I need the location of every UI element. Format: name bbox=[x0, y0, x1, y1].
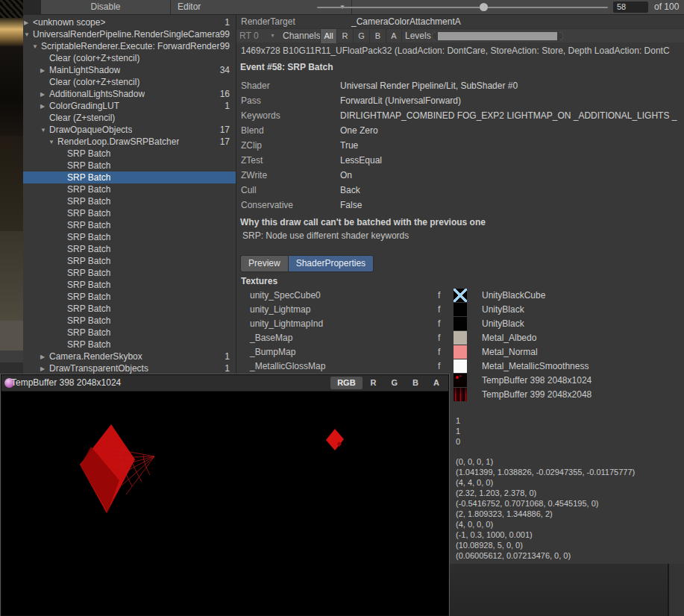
frame-slider-handle[interactable] bbox=[480, 3, 488, 11]
tree-row-label: SRP Batch bbox=[67, 339, 110, 350]
channel-button[interactable]: R bbox=[336, 29, 353, 43]
render-target-toolbar: RT 0 ▼ Channels AllRGBA Levels bbox=[236, 28, 684, 43]
tree-expand-icon[interactable]: ▶ bbox=[40, 67, 49, 74]
batch-reason: SRP: Node use different shader keywords bbox=[242, 230, 409, 241]
texture-row: unity_Lightmap f UnityBlack bbox=[236, 303, 684, 317]
scene-strip-bar bbox=[0, 362, 23, 374]
tree-row[interactable]: SRP Batch bbox=[23, 195, 236, 207]
property-row: Cull Back bbox=[236, 183, 684, 198]
texture-property-name: unity_Lightmap bbox=[250, 303, 310, 317]
property-label: Keywords bbox=[236, 108, 340, 123]
rt-index-label: RT 0 bbox=[239, 31, 259, 41]
texture-thumbnail[interactable] bbox=[454, 359, 467, 373]
preview-channel-button[interactable]: A bbox=[427, 377, 446, 389]
channel-button[interactable]: All bbox=[320, 29, 336, 43]
tree-row[interactable]: SRP Batch bbox=[23, 172, 236, 183]
tree-expand-icon[interactable]: ▶ bbox=[40, 353, 49, 360]
tab-preview[interactable]: Preview bbox=[240, 255, 288, 272]
tree-row[interactable]: Clear (color+Z+stencil) bbox=[23, 52, 236, 64]
texture-row: _BumpMap f Metal_Normal bbox=[236, 345, 684, 359]
frame-slider-track[interactable] bbox=[317, 7, 608, 8]
tree-row[interactable]: SRP Batch bbox=[23, 183, 236, 195]
tree-row[interactable]: SRP Batch bbox=[23, 219, 236, 231]
tree-row-label: AdditionalLightsShadow bbox=[49, 89, 145, 99]
tree-row[interactable]: SRP Batch bbox=[23, 160, 236, 172]
tree-row[interactable]: Clear (color+Z+stencil) bbox=[23, 76, 236, 88]
texture-flag: f bbox=[438, 359, 440, 374]
texture-thumbnail[interactable] bbox=[454, 345, 467, 359]
tree-row[interactable]: ▶ Camera.RenderSkybox 1 bbox=[23, 351, 236, 362]
tree-row[interactable]: SRP Batch bbox=[23, 291, 236, 303]
tree-row[interactable]: SRP Batch bbox=[23, 327, 236, 339]
preview-channel-button[interactable]: RGB bbox=[330, 377, 362, 389]
texture-thumbnail[interactable] bbox=[454, 374, 467, 387]
texture-property-name: _BaseMap bbox=[250, 331, 292, 345]
preview-channel-button[interactable]: R bbox=[364, 377, 383, 389]
tree-row-count: 17 bbox=[220, 125, 236, 135]
property-label: ZClip bbox=[236, 138, 340, 153]
frame-number-field[interactable]: 58 bbox=[613, 1, 648, 13]
property-value: ForwardLit (UniversalForward) bbox=[340, 93, 461, 108]
texture-preview-header[interactable]: TempBuffer 398 2048x1024 RGBRGBA bbox=[1, 375, 448, 392]
tree-row[interactable]: Clear (Z+stencil) bbox=[23, 112, 236, 124]
texture-row: _BaseMap f Metal_Albedo bbox=[236, 331, 684, 345]
event-properties: Shader Universal Render Pipeline/Lit, Su… bbox=[236, 78, 684, 213]
property-value: One Zero bbox=[340, 123, 378, 138]
texture-thumbnail[interactable] bbox=[454, 317, 467, 330]
texture-thumbnail[interactable] bbox=[454, 303, 467, 316]
tab-shader-properties[interactable]: ShaderProperties bbox=[288, 255, 374, 272]
rt-index-dropdown[interactable]: RT 0 ▼ bbox=[239, 29, 278, 43]
levels-max-handle[interactable] bbox=[557, 32, 563, 40]
tree-expand-icon[interactable]: ▼ bbox=[40, 127, 49, 133]
tree-row[interactable]: ▶ AdditionalLightsShadow 16 bbox=[23, 88, 236, 100]
tree-row-label: SRP Batch bbox=[67, 172, 110, 183]
tree-row[interactable]: ▼ UniversalRenderPipeline.RenderSingleCa… bbox=[23, 28, 236, 40]
tree-expand-icon[interactable]: ▶ bbox=[23, 19, 33, 26]
tree-row[interactable]: SRP Batch bbox=[23, 339, 236, 351]
tree-row[interactable]: ▼ DrawOpaqueObjects 17 bbox=[23, 124, 236, 136]
texture-thumbnail[interactable] bbox=[454, 331, 467, 345]
property-label: ZTest bbox=[236, 153, 340, 168]
tree-row[interactable]: SRP Batch bbox=[23, 267, 236, 279]
tree-row[interactable]: SRP Batch bbox=[23, 231, 236, 243]
property-row: Blend One Zero bbox=[236, 123, 684, 138]
toolbar: Disable Editor ▼ 58 of 100 bbox=[41, 0, 684, 15]
tree-row[interactable]: ▶ <unknown scope> 1 bbox=[23, 16, 236, 28]
tree-expand-icon[interactable]: ▶ bbox=[40, 103, 49, 110]
tree-expand-icon[interactable]: ▶ bbox=[40, 365, 49, 372]
texture-thumbnail[interactable] bbox=[454, 388, 467, 401]
texture-preview-title: TempBuffer 398 2048x1024 bbox=[11, 375, 121, 391]
tree-row-count: 1 bbox=[225, 17, 236, 28]
texture-flag: f bbox=[438, 303, 440, 317]
levels-slider[interactable] bbox=[432, 32, 563, 40]
texture-asset-name: UnityBlack bbox=[482, 303, 524, 317]
tree-row[interactable]: SRP Batch bbox=[23, 255, 236, 267]
tree-row[interactable]: ▶ MainLightShadow 34 bbox=[23, 64, 236, 76]
channel-button[interactable]: G bbox=[353, 29, 369, 43]
tree-expand-icon[interactable]: ▼ bbox=[48, 139, 57, 145]
tree-row[interactable]: SRP Batch bbox=[23, 207, 236, 219]
tree-row[interactable]: SRP Batch bbox=[23, 243, 236, 255]
levels-min-handle[interactable] bbox=[432, 32, 438, 40]
preview-channel-button[interactable]: G bbox=[385, 377, 405, 389]
tree-row-label: ScriptableRenderer.Execute: ForwardRende… bbox=[41, 41, 219, 51]
preview-channel-button[interactable]: B bbox=[406, 377, 425, 389]
tree-row[interactable]: ▼ ScriptableRenderer.Execute: ForwardRen… bbox=[23, 40, 236, 52]
disable-button[interactable]: Disable bbox=[41, 0, 171, 14]
tree-row[interactable]: ▼ RenderLoop.DrawSRPBatcher 17 bbox=[23, 136, 236, 148]
tree-row[interactable]: SRP Batch bbox=[23, 148, 236, 160]
tree-expand-icon[interactable]: ▼ bbox=[23, 31, 33, 38]
tree-row[interactable]: ▶ ColorGradingLUT 1 bbox=[23, 100, 236, 112]
texture-thumbnail[interactable] bbox=[454, 289, 467, 302]
tree-row[interactable]: ▶ DrawTransparentObjects 1 bbox=[23, 362, 236, 374]
background-window-below bbox=[449, 564, 684, 616]
tree-row[interactable]: SRP Batch bbox=[23, 279, 236, 291]
levels-label: Levels bbox=[405, 29, 431, 43]
channel-button[interactable]: A bbox=[386, 29, 402, 43]
tree-row[interactable]: SRP Batch bbox=[23, 303, 236, 315]
tree-expand-icon[interactable]: ▼ bbox=[31, 43, 41, 50]
tree-row-count: 34 bbox=[220, 65, 236, 75]
channel-button[interactable]: B bbox=[369, 29, 386, 43]
tree-expand-icon[interactable]: ▶ bbox=[40, 91, 49, 98]
tree-row[interactable]: SRP Batch bbox=[23, 315, 236, 327]
